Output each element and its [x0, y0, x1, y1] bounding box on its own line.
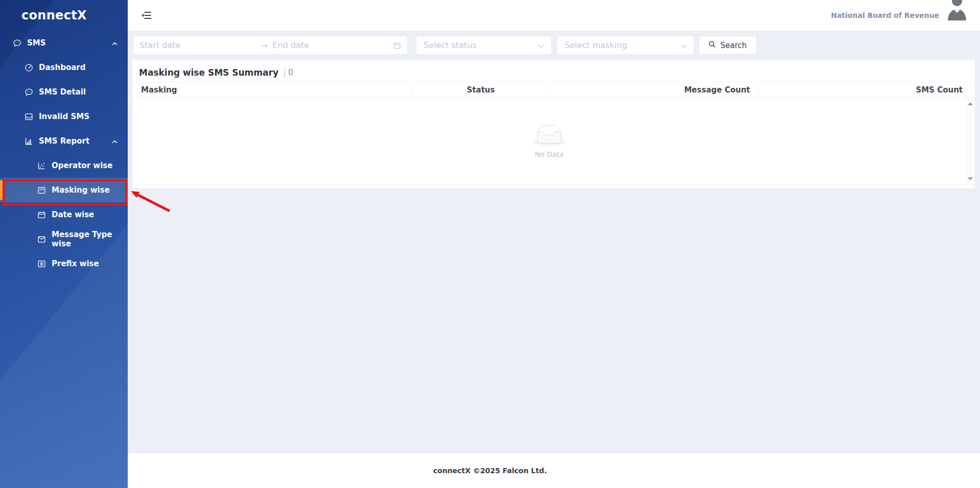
user-name[interactable]: National Board of Revenue	[831, 11, 939, 19]
card-header: Masking wise SMS Summary | 0	[133, 60, 975, 82]
summary-card: Masking wise SMS Summary | 0 Masking Sta…	[133, 60, 975, 188]
sidebar-item-label: Dashboard	[39, 63, 85, 72]
dot-chart-icon	[37, 161, 46, 170]
message-icon	[13, 39, 21, 48]
sidebar-item-invalid-sms[interactable]: Invalid SMS	[0, 104, 128, 129]
sidebar-item-label: Message Type wise	[52, 230, 128, 248]
start-date-input[interactable]	[139, 40, 256, 50]
table-header-row: Masking Status Message Count SMS Count	[133, 82, 975, 98]
inbox-icon	[25, 112, 33, 121]
sidebar-item-prefix-wise[interactable]: Prefix wise	[0, 251, 128, 276]
sidebar-item-label: SMS Report	[39, 136, 89, 146]
search-button-label: Search	[720, 41, 747, 50]
app-layout: connectX SMS	[0, 0, 980, 488]
app-logo: connectX	[0, 0, 128, 31]
sidebar-item-label: Invalid SMS	[39, 112, 89, 121]
sidebar-item-label: Masking wise	[52, 185, 110, 195]
date-range-picker[interactable]: →	[133, 36, 408, 55]
empty-state-text: No Data	[133, 150, 966, 158]
chevron-down-icon	[538, 40, 544, 50]
mail-icon	[37, 235, 46, 244]
profile-icon	[37, 260, 46, 268]
top-header: National Board of Revenue	[128, 0, 980, 31]
sidebar-item-label: SMS	[27, 38, 46, 48]
status-select-placeholder: Select status	[424, 40, 477, 50]
sidebar-group-sms-report[interactable]: SMS Report	[0, 129, 128, 153]
table-scrollbar[interactable]	[966, 98, 975, 184]
scroll-down-arrow-icon[interactable]	[968, 177, 973, 180]
user-avatar[interactable]	[946, 0, 968, 20]
title-divider: |	[283, 67, 286, 78]
column-header-masking: Masking	[133, 85, 412, 95]
column-header-sms-count: SMS Count	[758, 85, 966, 95]
sidebar-menu: SMS Dashboard	[0, 31, 128, 276]
sidebar-item-date-wise[interactable]: Date wise	[0, 202, 128, 227]
column-header-status: Status	[412, 85, 550, 95]
footer-copyright: connectX ©2025 Falcon Ltd.	[433, 467, 547, 475]
swap-right-icon: →	[261, 41, 268, 50]
end-date-input[interactable]	[272, 40, 389, 50]
sidebar: connectX SMS	[0, 0, 128, 488]
sidebar-item-label: Prefix wise	[52, 259, 99, 268]
sidebar-item-sms-detail[interactable]: SMS Detail	[0, 80, 128, 104]
sidebar-item-masking-wise[interactable]: Masking wise	[0, 178, 128, 202]
page-footer: connectX ©2025 Falcon Ltd.	[128, 453, 980, 488]
calendar-icon	[393, 41, 401, 50]
table-body: No Data	[133, 98, 975, 185]
search-icon	[708, 40, 716, 50]
record-count: 0	[288, 67, 293, 77]
sidebar-item-label: Operator wise	[52, 161, 112, 170]
menu-fold-icon[interactable]	[141, 10, 152, 20]
scroll-up-arrow-icon[interactable]	[968, 102, 973, 105]
sidebar-group-sms[interactable]: SMS	[0, 31, 128, 55]
filter-bar: → Select status Se	[133, 36, 975, 55]
search-button[interactable]: Search	[698, 36, 757, 55]
masking-select[interactable]: Select masking	[557, 36, 694, 55]
bar-chart-icon	[25, 137, 33, 146]
calendar-icon	[37, 211, 46, 219]
status-select[interactable]: Select status	[416, 36, 552, 55]
chevron-down-icon	[681, 40, 687, 50]
sidebar-item-label: Date wise	[52, 210, 94, 219]
masking-select-placeholder: Select masking	[565, 40, 627, 50]
content-area: → Select status Se	[128, 31, 980, 453]
empty-state: No Data	[133, 125, 966, 158]
sidebar-item-label: SMS Detail	[39, 87, 86, 97]
content-spacer	[133, 188, 975, 448]
message-icon	[25, 88, 33, 97]
dashboard-icon	[25, 63, 33, 72]
chevron-up-icon	[112, 38, 118, 48]
page-title: Masking wise SMS Summary	[139, 67, 278, 78]
empty-box-icon	[533, 125, 566, 146]
column-header-message-count: Message Count	[550, 85, 758, 95]
sidebar-item-message-type-wise[interactable]: Message Type wise	[0, 227, 128, 251]
main-area: National Board of Revenue →	[128, 0, 980, 488]
sidebar-item-dashboard[interactable]: Dashboard	[0, 55, 128, 80]
project-icon	[37, 186, 46, 195]
chevron-up-icon	[112, 136, 118, 146]
sidebar-item-operator-wise[interactable]: Operator wise	[0, 153, 128, 178]
